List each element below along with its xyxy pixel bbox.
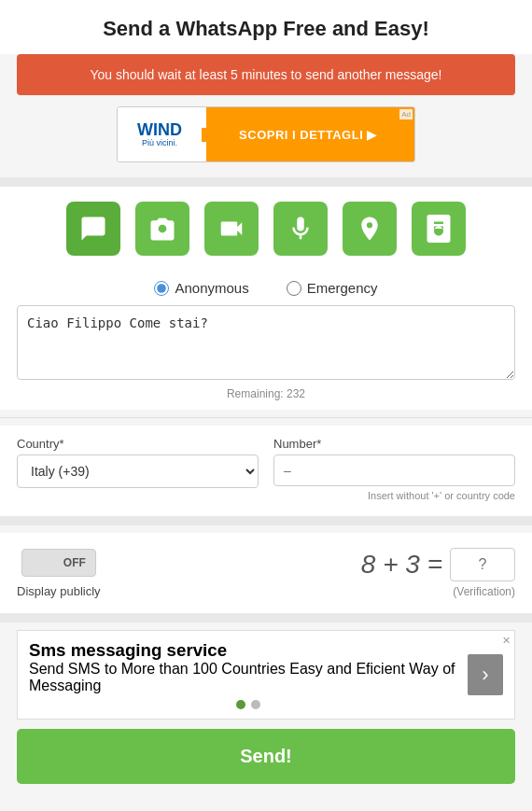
ad-label: Ad xyxy=(399,109,413,119)
emergency-label: Emergency xyxy=(307,280,378,296)
country-select[interactable]: Italy (+39) xyxy=(17,454,259,488)
remaining-count: Remaining: 232 xyxy=(0,384,532,410)
toggle-switch[interactable]: OFF xyxy=(21,549,96,577)
number-label: Number* xyxy=(273,437,515,451)
ad-bottom-arrow[interactable]: › xyxy=(468,654,503,695)
icon-row xyxy=(0,187,532,267)
country-label: Country* xyxy=(17,437,259,451)
video-icon-btn[interactable] xyxy=(204,202,259,256)
captcha-input[interactable] xyxy=(450,548,515,581)
ad-brand: WIND xyxy=(137,121,182,138)
ad-bottom-title: Sms messaging service xyxy=(29,640,468,661)
ad-cta-text: SCOPRI I DETTAGLI ▶ xyxy=(239,128,377,142)
radio-row: Anonymous Emergency xyxy=(0,267,532,305)
remaining-label: Remaining: xyxy=(227,387,284,400)
toggle-group: OFF Display publicly xyxy=(17,549,101,598)
message-icon-btn[interactable] xyxy=(66,202,120,256)
form-section: Country* Italy (+39) Number* Insert with… xyxy=(0,426,532,516)
anonymous-label: Anonymous xyxy=(175,280,248,296)
ad-tagline: Più vicini. xyxy=(142,138,177,147)
captcha-expression: 8 + 3 = xyxy=(361,550,442,580)
anonymous-radio-label[interactable]: Anonymous xyxy=(154,280,248,296)
ad-cta-area[interactable]: SCOPRI I DETTAGLI ▶ xyxy=(202,128,414,142)
form-row: Country* Italy (+39) Number* Insert with… xyxy=(17,437,515,501)
video-icon xyxy=(217,215,245,243)
arrow-icon: › xyxy=(482,663,488,687)
captcha-row: 8 + 3 = xyxy=(361,548,515,581)
ad-bottom-content: Sms messaging service Send SMS to More t… xyxy=(29,640,468,709)
message-textarea[interactable]: Ciao Filippo Come stai? xyxy=(17,305,515,380)
ad-bottom-dots xyxy=(29,700,468,709)
camera-icon xyxy=(148,215,176,243)
microphone-icon xyxy=(287,215,315,243)
location-icon xyxy=(356,215,384,243)
contact-icon-btn[interactable] xyxy=(412,202,466,256)
contact-icon xyxy=(425,215,453,243)
page-title: Send a WhatsApp Free and Easy! xyxy=(0,0,532,54)
number-col: Number* Insert without '+' or country co… xyxy=(273,437,515,501)
camera-icon-btn[interactable] xyxy=(135,202,189,256)
captcha-label: (Verification) xyxy=(453,585,515,598)
dot-2 xyxy=(251,700,260,709)
alert-banner: You should wait at least 5 minutes to se… xyxy=(17,54,515,95)
anonymous-radio[interactable] xyxy=(154,281,169,296)
remaining-value: 232 xyxy=(287,387,305,400)
toggle-state: OFF xyxy=(63,556,91,569)
microphone-icon-btn[interactable] xyxy=(273,202,328,256)
number-input[interactable] xyxy=(273,454,515,486)
location-icon-btn[interactable] xyxy=(343,202,397,256)
send-button[interactable]: Send! xyxy=(17,729,515,784)
emergency-radio-label[interactable]: Emergency xyxy=(287,280,378,296)
dot-1 xyxy=(236,700,245,709)
ad-bottom-banner[interactable]: Sms messaging service Send SMS to More t… xyxy=(17,630,515,720)
ad-top-banner[interactable]: WIND Più vicini. SCOPRI I DETTAGLI ▶ Ad xyxy=(17,106,515,162)
message-area: Ciao Filippo Come stai? xyxy=(0,305,532,384)
message-icon xyxy=(79,215,107,243)
toggle-label: Display publicly xyxy=(17,584,101,598)
ad-close-btn[interactable]: ✕ xyxy=(502,635,511,647)
controls-section: OFF Display publicly 8 + 3 = (Verificati… xyxy=(0,533,532,613)
ad-logo: WIND Più vicini. xyxy=(118,107,202,161)
number-hint: Insert without '+' or country code xyxy=(273,490,515,501)
verification-group: 8 + 3 = (Verification) xyxy=(361,548,515,598)
emergency-radio[interactable] xyxy=(287,281,301,296)
country-col: Country* Italy (+39) xyxy=(17,437,259,488)
ad-bottom-desc: Send SMS to More than 100 Countries Easy… xyxy=(29,661,468,694)
